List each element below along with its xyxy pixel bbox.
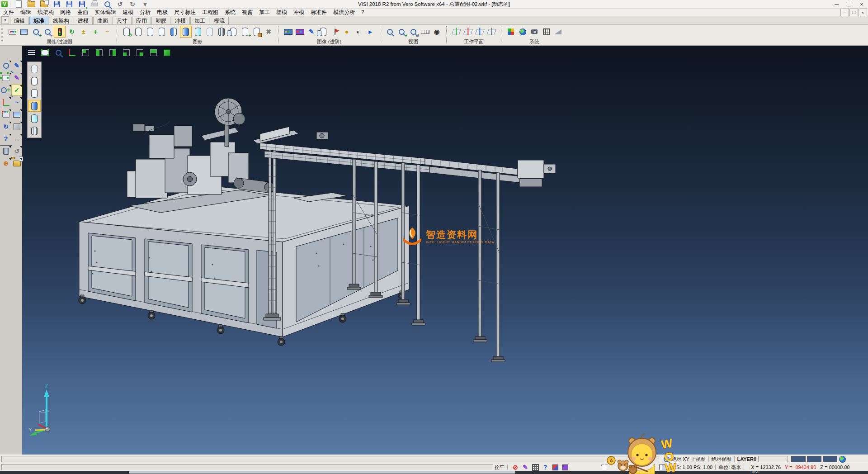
zoom-select-icon[interactable]: + — [1, 85, 11, 95]
grid-edit-icon[interactable] — [531, 464, 540, 471]
regenerate-icon[interactable]: ↻ — [1, 122, 11, 132]
zoom-window-icon[interactable]: + — [396, 26, 407, 37]
search-icon[interactable] — [662, 455, 671, 463]
cube-left-icon[interactable] — [121, 47, 132, 58]
helm-settings-icon[interactable]: ⊕ — [1, 158, 11, 168]
cylinder-transparent-icon[interactable] — [28, 113, 40, 124]
edit-erase-icon[interactable]: ✎ — [12, 61, 22, 71]
ribbon-tab[interactable]: 加工 — [190, 17, 209, 24]
block-insert-icon[interactable]: ↓ — [561, 464, 570, 471]
view-menu-icon[interactable] — [26, 47, 37, 58]
zoom-previous-icon[interactable]: ↺ — [408, 26, 419, 37]
cylinder-outline3-icon[interactable] — [156, 26, 167, 37]
cylinder-ghost-icon[interactable] — [28, 63, 40, 74]
command-field[interactable] — [1, 456, 660, 462]
ribbon-tab[interactable]: 塑膜 — [151, 17, 170, 24]
taskbar-segment[interactable] — [129, 471, 515, 474]
sketch-curve-icon[interactable]: ✎ — [12, 73, 22, 83]
workplane-y-icon[interactable] — [474, 26, 485, 37]
view-plane-icon[interactable] — [39, 47, 51, 58]
body-cube-icon[interactable] — [251, 26, 262, 37]
ribbon-tab[interactable]: 应用 — [132, 17, 151, 24]
menu-item[interactable]: ? — [358, 8, 368, 16]
render-lamp-icon[interactable]: ● — [341, 26, 352, 37]
color-swatch-2[interactable] — [807, 456, 821, 462]
multi-body-icon[interactable] — [228, 26, 239, 37]
menu-item[interactable]: 尺寸标注 — [171, 8, 199, 16]
cube-iso-icon[interactable] — [80, 47, 91, 58]
item-attributes-icon[interactable] — [19, 26, 29, 37]
wireframe-mode-icon[interactable] — [216, 26, 227, 37]
render-strip-icon[interactable] — [283, 26, 293, 37]
open-folder-icon[interactable] — [12, 158, 22, 168]
draft-ramp-icon[interactable] — [552, 26, 563, 37]
color-swatch-3[interactable] — [823, 456, 837, 462]
filter-add-icon[interactable]: + — [30, 26, 41, 37]
filter-remove-icon[interactable]: − — [42, 26, 53, 37]
color-swatch-1[interactable] — [791, 456, 806, 462]
edit-wand-icon[interactable]: ✎ — [521, 464, 530, 471]
close-button[interactable]: × — [855, 0, 868, 8]
snapshot-camera-icon[interactable] — [529, 26, 540, 37]
save-as-icon[interactable] — [64, 0, 75, 9]
query-icon[interactable]: ? — [541, 464, 550, 471]
workplane-off-icon[interactable] — [486, 26, 497, 37]
menu-item[interactable]: 工程图 — [199, 8, 222, 16]
cube-top-icon[interactable] — [148, 47, 159, 58]
menu-item[interactable]: 标准件 — [307, 8, 330, 16]
filter-lights-icon[interactable] — [54, 26, 66, 38]
window-grid-icon[interactable] — [12, 109, 22, 119]
menu-item[interactable]: 视窗 — [239, 8, 256, 16]
workplane-x-icon[interactable] — [462, 26, 473, 37]
ribbon-tab[interactable]: 编辑 — [10, 17, 29, 24]
help-icon[interactable]: ? — [1, 134, 11, 144]
maximize-button[interactable] — [843, 0, 855, 8]
cube-solid-icon[interactable] — [161, 47, 173, 58]
find-icon[interactable] — [102, 0, 113, 9]
new-file-icon[interactable] — [13, 0, 24, 9]
undo-icon[interactable]: ↺ — [114, 0, 125, 9]
cylinder-shaded-icon[interactable] — [28, 100, 41, 112]
workplane-main-icon[interactable] — [451, 26, 462, 37]
body-add-icon[interactable]: + — [240, 26, 250, 37]
menu-item[interactable]: 模流分析 — [330, 8, 358, 16]
mdi-minimize-button[interactable]: – — [840, 9, 849, 16]
ribbon-tab[interactable]: 模流 — [210, 17, 229, 24]
ribbon-tab[interactable]: 冲模 — [171, 17, 190, 24]
half-shaded-icon[interactable] — [168, 26, 179, 37]
save-icon[interactable] — [51, 0, 62, 9]
redraw-icon[interactable] — [121, 26, 132, 37]
cylinder-wireframe-icon[interactable] — [28, 125, 40, 136]
menu-item[interactable]: 电极 — [154, 8, 171, 16]
render-flag-icon[interactable] — [330, 26, 340, 37]
cylinder-outline2-icon[interactable] — [28, 88, 40, 99]
cylinder-outline-icon[interactable] — [133, 26, 144, 37]
graphics-tools-icon[interactable]: ✖ — [263, 26, 274, 37]
render-arrow-icon[interactable]: ▸ — [365, 26, 376, 37]
menu-item[interactable]: 冲模 — [290, 8, 307, 16]
view-mode-label[interactable]: 绝对视图 — [712, 456, 731, 463]
cube-front-icon[interactable] — [94, 47, 105, 58]
toolbar-drag-handle[interactable] — [1, 27, 3, 43]
filter-plus-icon[interactable]: ＋ — [90, 26, 101, 37]
shirt-icon[interactable] — [600, 464, 609, 471]
ribbon-tab[interactable]: 建模 — [74, 17, 93, 24]
save-all-icon[interactable]: + — [76, 0, 87, 9]
ribbon-tab[interactable]: 尺寸 — [113, 17, 132, 24]
move-axis-icon[interactable] — [1, 97, 11, 107]
cube-right-icon[interactable] — [134, 47, 146, 58]
cylinder-outline-icon[interactable] — [28, 76, 40, 86]
active-layer-label[interactable]: LAYER0 — [737, 456, 756, 462]
block-colors-icon[interactable] — [551, 464, 560, 471]
filter-minus-icon[interactable]: − — [102, 26, 113, 37]
toolbar-options-icon[interactable]: ▾ — [140, 0, 151, 9]
measure-ruler-icon[interactable] — [420, 26, 430, 37]
undo-step-icon[interactable]: ↺ — [12, 146, 22, 156]
zoom-orbit-icon[interactable] — [1, 61, 11, 71]
stamp-disable-icon[interactable]: ⊘ — [511, 464, 520, 471]
frame-icon[interactable] — [658, 464, 667, 471]
zoom-extents-icon[interactable] — [384, 26, 395, 37]
system-globe-icon[interactable] — [517, 26, 528, 37]
menu-item[interactable]: 塑模 — [273, 8, 290, 16]
open-copy-icon[interactable] — [38, 0, 49, 9]
